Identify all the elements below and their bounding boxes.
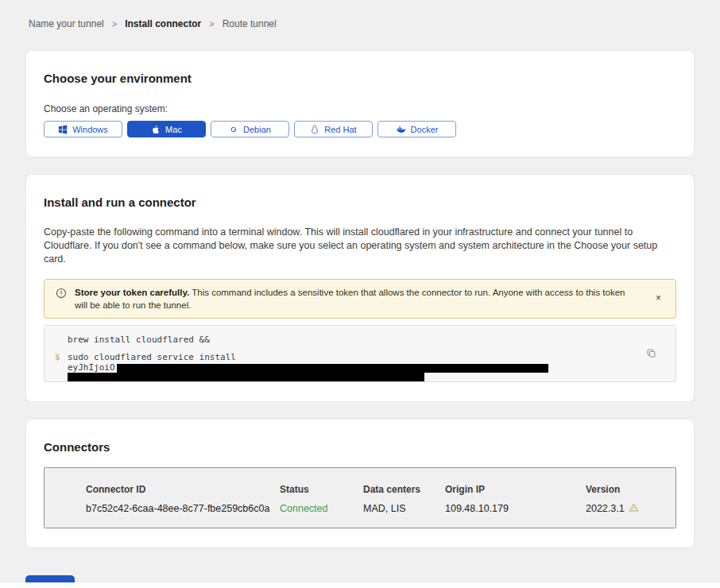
- redacted-token-bar: [117, 364, 548, 373]
- os-select-label: Choose an operating system:: [44, 103, 676, 114]
- warning-triangle-icon: [629, 502, 639, 515]
- cell-data-centers: MAD, LIS: [363, 503, 445, 514]
- install-connector-title: Install and run a connector: [44, 195, 676, 210]
- breadcrumb-separator: >: [209, 19, 214, 29]
- header-connector-id: Connector ID: [86, 484, 280, 495]
- connectors-card: Connectors Connector ID Status Data cent…: [25, 419, 695, 548]
- header-version: Version: [586, 484, 668, 495]
- os-button-docker[interactable]: Docker: [377, 121, 456, 137]
- cell-origin-ip: 109.48.10.179: [445, 503, 586, 514]
- install-command-codeblock: $ brew install cloudflared && sudo cloud…: [44, 325, 676, 382]
- docker-whale-icon: [396, 124, 406, 134]
- install-connector-card: Install and run a connector Copy-paste t…: [25, 174, 695, 402]
- os-button-redhat[interactable]: Red Hat: [294, 121, 373, 137]
- breadcrumb-install-connector[interactable]: Install connector: [125, 18, 201, 29]
- token-prefix: eyJhIjoiO: [68, 363, 115, 373]
- cell-connector-id: b7c52c42-6caa-48ee-8c77-fbe259cb6c0a: [86, 503, 280, 514]
- os-button-label: Red Hat: [324, 125, 356, 134]
- install-connector-description: Copy-paste the following command into a …: [44, 226, 676, 266]
- environment-card: Choose your environment Choose an operat…: [25, 50, 695, 157]
- os-button-label: Windows: [72, 125, 108, 134]
- header-status: Status: [280, 484, 363, 495]
- breadcrumb-separator: >: [112, 19, 117, 29]
- os-button-label: Mac: [165, 125, 182, 134]
- breadcrumb-name-your-tunnel[interactable]: Name your tunnel: [29, 18, 104, 29]
- code-line-sudo: sudo cloudflared service install: [68, 353, 637, 362]
- token-warning-title: Store your token carefully.: [75, 288, 189, 297]
- redhat-penguin-icon: [310, 125, 319, 134]
- debian-icon: [229, 125, 238, 134]
- os-button-windows[interactable]: Windows: [44, 121, 122, 137]
- code-line-token: eyJhIjoiO: [68, 363, 637, 373]
- page: Name your tunnel > Install connector > R…: [0, 0, 720, 588]
- cell-version: 2022.3.1: [586, 502, 668, 515]
- os-button-debian[interactable]: Debian: [211, 121, 289, 137]
- close-icon[interactable]: ×: [652, 292, 664, 304]
- environment-card-title: Choose your environment: [44, 72, 676, 86]
- code-line-brew: brew install cloudflared &&: [68, 335, 637, 345]
- code-lines: brew install cloudflared && sudo cloudfl…: [68, 335, 637, 384]
- connectors-title: Connectors: [44, 440, 676, 455]
- connectors-table-header: Connector ID Status Data centers Origin …: [86, 484, 668, 495]
- os-button-label: Docker: [411, 125, 439, 134]
- shell-prompt: $: [55, 352, 60, 362]
- windows-icon: [58, 125, 68, 134]
- connectors-table: Connector ID Status Data centers Origin …: [44, 467, 676, 528]
- bottom-strip: [0, 582, 720, 588]
- header-data-centers: Data centers: [363, 484, 445, 495]
- version-text: 2022.3.1: [586, 503, 625, 514]
- os-button-group: Windows Mac Debian Red Hat: [44, 121, 676, 137]
- copy-icon[interactable]: [645, 346, 658, 362]
- redacted-token-bar-2: [68, 373, 424, 381]
- breadcrumb-route-tunnel[interactable]: Route tunnel: [223, 18, 277, 29]
- os-button-mac[interactable]: Mac: [127, 121, 206, 137]
- token-warning-text: Store your token carefully. This command…: [75, 286, 645, 311]
- token-warning-alert: Store your token carefully. This command…: [44, 279, 676, 319]
- info-circle-icon: [56, 288, 67, 302]
- breadcrumb: Name your tunnel > Install connector > R…: [25, 0, 695, 29]
- header-origin-ip: Origin IP: [445, 484, 586, 495]
- os-button-label: Debian: [243, 125, 271, 134]
- table-row: b7c52c42-6caa-48ee-8c77-fbe259cb6c0a Con…: [86, 502, 668, 515]
- status-badge: Connected: [280, 503, 363, 514]
- apple-icon: [151, 125, 161, 134]
